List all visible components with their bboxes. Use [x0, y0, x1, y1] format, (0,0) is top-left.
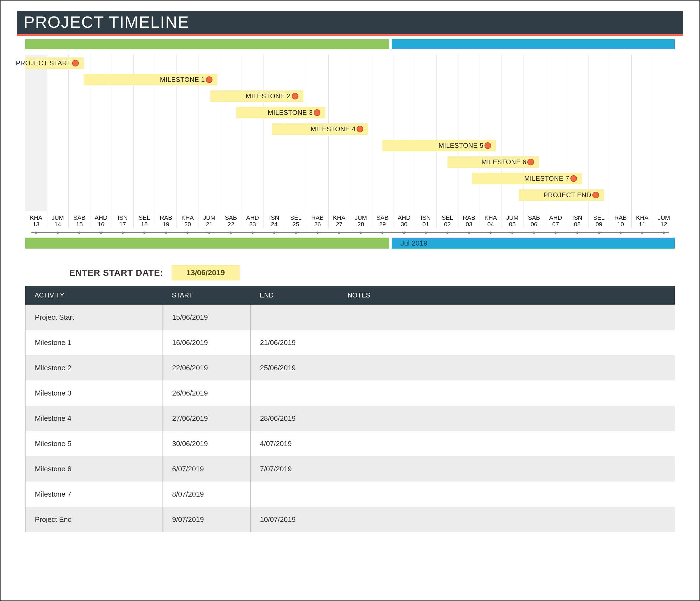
cell-notes[interactable] — [338, 431, 675, 456]
cell-notes[interactable] — [338, 355, 675, 380]
tick-num: 04 — [480, 221, 502, 228]
cell-start[interactable]: 9/07/2019 — [162, 507, 250, 532]
milestone-bar[interactable]: PROJECT START — [25, 57, 84, 69]
cell-end[interactable] — [250, 380, 338, 406]
header-activity: ACTIVITY — [25, 291, 162, 299]
milestone-bar[interactable]: MILESTONE 3 — [236, 107, 325, 118]
axis-tick: AHD30 — [393, 215, 415, 228]
cell-end[interactable]: 25/06/2019 — [250, 355, 338, 380]
tick-day: ISN — [415, 215, 436, 221]
cell-activity[interactable]: Milestone 2 — [25, 355, 162, 380]
milestone-label: MILESTONE 4 — [310, 125, 355, 133]
cell-start[interactable]: 16/06/2019 — [162, 330, 250, 355]
axis-tick: JUM28 — [350, 215, 372, 228]
table-row[interactable]: Milestone 78/07/2019 — [25, 482, 675, 507]
cell-notes[interactable] — [338, 380, 675, 406]
tick-day: KHA — [177, 215, 198, 221]
axis-tick: SEL25 — [285, 215, 307, 228]
cell-start[interactable]: 6/07/2019 — [162, 456, 250, 482]
cell-start[interactable]: 8/07/2019 — [162, 482, 250, 507]
cell-start[interactable]: 15/06/2019 — [162, 305, 250, 330]
milestone-label: PROJECT START — [16, 59, 71, 67]
milestone-bar[interactable]: MILESTONE 5 — [382, 140, 496, 151]
milestone-track: PROJECT START — [25, 57, 675, 72]
top-month-bars — [25, 39, 675, 49]
cell-end[interactable] — [250, 305, 338, 330]
milestone-bar[interactable]: MILESTONE 7 — [472, 173, 582, 184]
cell-activity[interactable]: Project End — [25, 507, 162, 532]
axis-tick: ISN08 — [566, 215, 588, 228]
tick-num: 30 — [393, 221, 415, 228]
axis-tick: ISN17 — [112, 215, 133, 228]
milestone-bar[interactable]: MILESTONE 1 — [84, 74, 218, 86]
cell-activity[interactable]: Milestone 5 — [25, 431, 162, 456]
milestone-bar[interactable]: PROJECT END — [519, 189, 604, 201]
tick-num: 10 — [610, 221, 631, 228]
milestone-dot-icon — [314, 109, 320, 116]
tick-num: 27 — [328, 221, 350, 228]
table-row[interactable]: Project End9/07/201910/07/2019 — [25, 507, 675, 532]
table-row[interactable]: Milestone 326/06/2019 — [25, 380, 675, 406]
axis-tick: SAB22 — [220, 215, 242, 228]
axis-tick: RAB03 — [458, 215, 480, 228]
start-date-label: ENTER START DATE: — [69, 268, 163, 278]
milestone-label: MILESTONE 5 — [439, 142, 484, 149]
axis-tick: SAB15 — [69, 215, 90, 228]
cell-start[interactable]: 30/06/2019 — [162, 431, 250, 456]
bottom-month-jun — [25, 238, 389, 248]
axis-tick: KHA13 — [25, 215, 47, 228]
tick-num: 12 — [653, 221, 675, 228]
cell-start[interactable]: 22/06/2019 — [162, 355, 250, 380]
tick-day: SEL — [436, 215, 458, 221]
tick-day: SAB — [220, 215, 242, 221]
axis-tick: JUM12 — [653, 215, 675, 228]
table-row[interactable]: Milestone 116/06/201921/06/2019 — [25, 330, 675, 355]
milestone-track: MILESTONE 2 — [25, 90, 675, 105]
cell-notes[interactable] — [338, 456, 675, 482]
cell-end[interactable] — [250, 482, 338, 507]
tick-day: SEL — [285, 215, 307, 221]
cell-notes[interactable] — [338, 305, 675, 330]
cell-start[interactable]: 27/06/2019 — [162, 406, 250, 431]
table-row[interactable]: Milestone 66/07/20197/07/2019 — [25, 456, 675, 482]
cell-activity[interactable]: Milestone 1 — [25, 330, 162, 355]
cell-end[interactable]: 10/07/2019 — [250, 507, 338, 532]
cell-activity[interactable]: Milestone 3 — [25, 380, 162, 406]
tick-num: 23 — [242, 221, 264, 228]
cell-notes[interactable] — [338, 482, 675, 507]
tick-day: RAB — [458, 215, 480, 221]
cell-activity[interactable]: Project Start — [25, 305, 162, 330]
milestone-bar[interactable]: MILESTONE 4 — [272, 123, 368, 135]
milestone-bar[interactable]: MILESTONE 6 — [447, 156, 539, 168]
table-row[interactable]: Project Start15/06/2019 — [25, 305, 675, 330]
table-row[interactable]: Milestone 427/06/201928/06/2019 — [25, 406, 675, 431]
tick-day: KHA — [328, 215, 350, 221]
cell-activity[interactable]: Milestone 7 — [25, 482, 162, 507]
month-label: Jul 2019 — [401, 239, 427, 247]
cell-end[interactable]: 7/07/2019 — [250, 456, 338, 482]
cell-notes[interactable] — [338, 406, 675, 431]
milestone-bar[interactable]: MILESTONE 2 — [210, 90, 303, 102]
cell-activity[interactable]: Milestone 4 — [25, 406, 162, 431]
axis-tick: RAB10 — [610, 215, 631, 228]
cell-notes[interactable] — [338, 507, 675, 532]
milestone-dot-icon — [570, 175, 577, 182]
cell-notes[interactable] — [338, 330, 675, 355]
header-end: END — [250, 291, 338, 299]
start-date-input[interactable]: 13/06/2019 — [172, 265, 240, 281]
cell-end[interactable]: 4/07/2019 — [250, 431, 338, 456]
page-title: PROJECT TIMELINE — [24, 13, 676, 31]
cell-activity[interactable]: Milestone 6 — [25, 456, 162, 482]
tick-num: 19 — [155, 221, 177, 228]
tick-num: 21 — [198, 221, 220, 228]
tick-day: JUM — [502, 215, 523, 221]
tick-day: SAB — [372, 215, 393, 221]
cell-start[interactable]: 26/06/2019 — [162, 380, 250, 406]
cell-end[interactable]: 21/06/2019 — [250, 330, 338, 355]
table-row[interactable]: Milestone 222/06/201925/06/2019 — [25, 355, 675, 380]
table-row[interactable]: Milestone 530/06/20194/07/2019 — [25, 431, 675, 456]
tick-day: SAB — [69, 215, 90, 221]
cell-end[interactable]: 28/06/2019 — [250, 406, 338, 431]
tick-day: AHD — [393, 215, 415, 221]
tick-day: ISN — [263, 215, 285, 221]
